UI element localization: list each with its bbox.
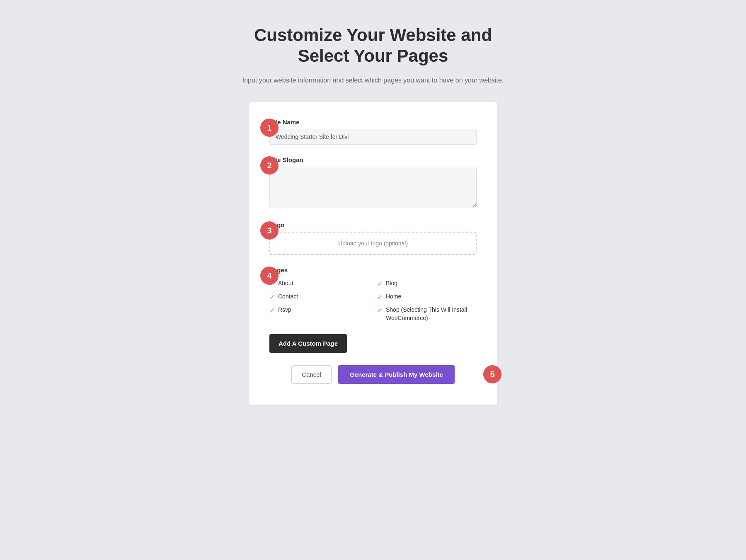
site-slogan-label: Site Slogan <box>269 156 477 163</box>
page-item-shop[interactable]: ✓ Shop (Selecting This Will Install WooC… <box>377 306 477 322</box>
logo-section: 3 Logo Upload your logo (optional) <box>269 221 477 255</box>
page-item-label-blog: Blog <box>386 279 397 288</box>
check-icon-contact: ✓ <box>269 293 275 301</box>
site-name-label: Site Name <box>269 119 477 126</box>
cancel-button[interactable]: Cancel <box>291 365 332 384</box>
page-item-home[interactable]: ✓ Home <box>377 293 477 301</box>
page-item-rsvp[interactable]: ✓ Rsvp <box>269 306 369 322</box>
page-item-label-shop: Shop (Selecting This Will Install WooCom… <box>386 306 477 322</box>
generate-publish-button[interactable]: Generate & Publish My Website <box>338 365 455 384</box>
pages-grid: ✓ About ✓ Blog ✓ Contact ✓ Home ✓ Rsvp ✓ <box>269 279 477 322</box>
form-actions: Cancel Generate & Publish My Website 5 <box>269 365 477 384</box>
page-item-about[interactable]: ✓ About <box>269 279 369 288</box>
page-header: Customize Your Website and Select Your P… <box>242 25 504 85</box>
step-badge-5: 5 <box>483 365 501 383</box>
logo-upload-text: Upload your logo (optional) <box>338 240 408 247</box>
site-slogan-section: 2 Site Slogan <box>269 156 477 210</box>
logo-upload-area[interactable]: Upload your logo (optional) <box>269 232 477 255</box>
page-item-label-about: About <box>278 279 293 288</box>
check-icon-shop: ✓ <box>377 306 383 314</box>
site-slogan-input[interactable] <box>269 167 477 208</box>
check-icon-blog: ✓ <box>377 280 383 288</box>
form-card: 1 Site Name 2 Site Slogan 3 Logo Upload … <box>249 102 497 404</box>
site-name-input[interactable] <box>269 129 477 145</box>
site-name-section: 1 Site Name <box>269 119 477 145</box>
add-custom-page-button[interactable]: Add A Custom Page <box>269 334 347 353</box>
page-item-label-contact: Contact <box>278 293 298 301</box>
page-subtitle: Input your website information and selec… <box>242 75 504 86</box>
page-item-label-home: Home <box>386 293 401 301</box>
page-item-label-rsvp: Rsvp <box>278 306 291 314</box>
check-icon-home: ✓ <box>377 293 383 301</box>
page-item-contact[interactable]: ✓ Contact <box>269 293 369 301</box>
logo-label: Logo <box>269 221 477 228</box>
pages-label: Pages <box>269 267 477 274</box>
page-item-blog[interactable]: ✓ Blog <box>377 279 477 288</box>
page-title: Customize Your Website and Select Your P… <box>242 25 504 67</box>
pages-section: 4 Pages ✓ About ✓ Blog ✓ Contact ✓ Home … <box>269 267 477 322</box>
check-icon-rsvp: ✓ <box>269 306 275 314</box>
